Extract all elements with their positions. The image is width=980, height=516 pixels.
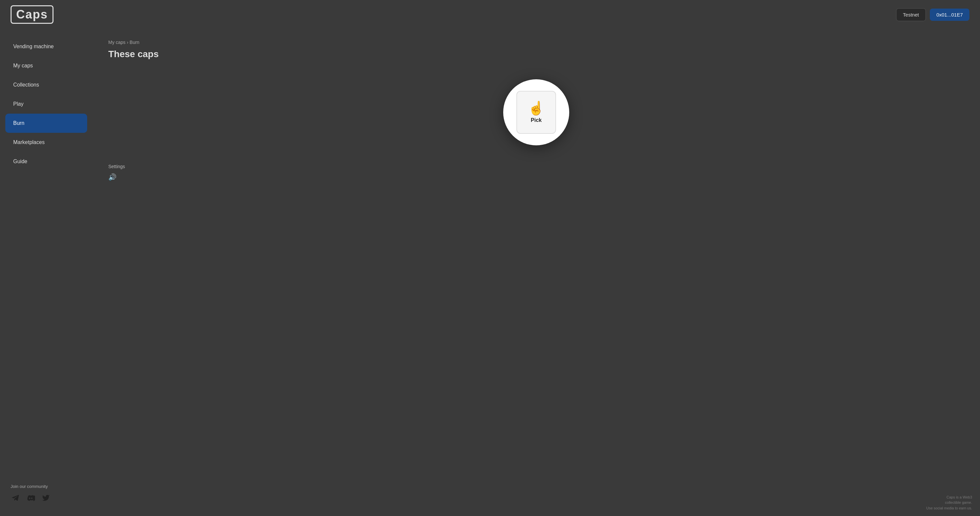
disclaimer-line2: collectible game. [926,500,972,505]
page-title: These caps [108,49,964,59]
sidebar: Vending machine My caps Collections Play… [0,29,92,516]
header-right: Testnet 0x01...01E7 [896,8,969,21]
social-icons [11,493,82,503]
logo: Caps [11,5,54,24]
header: Caps Testnet 0x01...01E7 [0,0,980,29]
disclaimer: Caps is a Web3 collectible game. Use soc… [926,495,972,511]
sidebar-item-guide[interactable]: Guide [5,152,87,171]
pick-hand-icon: ☝️ [528,102,544,115]
sidebar-item-burn[interactable]: Burn [5,114,87,133]
pick-button[interactable]: ☝️ Pick [516,91,556,134]
twitter-icon[interactable] [41,493,51,503]
sidebar-label-collections: Collections [13,82,39,88]
sidebar-label-burn: Burn [13,120,24,126]
pick-circle: ☝️ Pick [503,79,569,145]
discord-icon[interactable] [26,493,36,503]
logo-container: Caps [11,5,54,24]
main-layout: Vending machine My caps Collections Play… [0,29,980,516]
sidebar-item-play[interactable]: Play [5,94,87,114]
pick-card-container: ☝️ Pick [108,79,964,145]
settings-label: Settings [108,164,964,169]
sidebar-item-my-caps[interactable]: My caps [5,56,87,75]
sidebar-bottom: Join our community [5,479,87,508]
testnet-badge: Testnet [896,8,926,21]
sidebar-item-vending-machine[interactable]: Vending machine [5,37,87,56]
pick-label: Pick [531,117,542,123]
sidebar-label-vending-machine: Vending machine [13,44,54,49]
sidebar-item-marketplaces[interactable]: Marketplaces [5,133,87,152]
disclaimer-line1: Caps is a Web3 [926,495,972,500]
sidebar-label-marketplaces: Marketplaces [13,139,45,145]
sidebar-item-collections[interactable]: Collections [5,75,87,94]
breadcrumb: My caps › Burn [108,40,964,45]
sidebar-label-guide: Guide [13,159,27,164]
join-community-label: Join our community [11,484,82,489]
telegram-icon[interactable] [11,493,21,503]
sound-icon[interactable]: 🔊 [108,173,964,181]
sidebar-label-play: Play [13,101,24,107]
settings-area: Settings 🔊 [108,159,964,186]
wallet-button[interactable]: 0x01...01E7 [930,9,969,21]
content: My caps › Burn These caps ☝️ Pick Settin… [92,29,980,516]
disclaimer-line3: Use social media to earn us. [926,505,972,511]
sidebar-label-my-caps: My caps [13,63,33,69]
